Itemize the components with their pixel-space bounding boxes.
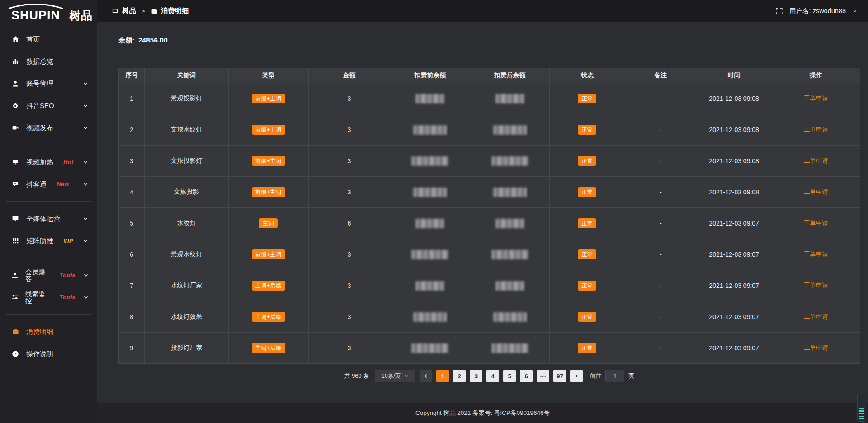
cell-post_balance [470,239,549,270]
wallet-icon [11,328,20,336]
cell-action: 工单申请 [772,114,860,146]
work-order-link[interactable]: 工单申请 [804,188,828,195]
work-order-link[interactable]: 工单申请 [804,220,828,226]
cell-action: 工单申请 [772,270,860,301]
cell-status: 正常 [549,270,625,301]
masked-value [495,219,524,228]
chevron-down-icon[interactable] [852,8,858,14]
cell-time: 2021-12-03 09:07 [696,301,772,333]
page-button-4[interactable]: 4 [486,370,499,382]
chevron-down-icon [81,124,90,132]
topbar: 树品>消费明细 用户名: zswodun88 [97,0,868,22]
masked-value [495,281,524,291]
sidebar-item-consumption-detail[interactable]: 消费明细 [0,320,97,343]
page-button-5[interactable]: 5 [503,370,516,382]
page-button-3[interactable]: 3 [470,370,482,382]
prev-page-button[interactable] [420,370,432,382]
work-order-link[interactable]: 工单申请 [804,95,828,102]
floating-widget[interactable] [857,394,866,422]
sidebar-item-account-management[interactable]: 账号管理 [0,72,97,94]
pagination-total: 共 969 条 [344,372,369,380]
cell-post_balance [470,83,549,114]
chevron-right-icon [574,373,579,379]
cell-time: 2021-12-03 09:07 [696,333,772,364]
masked-value [411,250,448,259]
sidebar-item-douyin-seo[interactable]: 抖音SEO [0,94,97,117]
screen-icon [11,158,20,166]
sidebar-item-video-publish[interactable]: 视频发布 [0,117,97,139]
cell-keyword: 景观投影灯 [145,83,228,114]
work-order-link[interactable]: 工单申请 [804,251,828,258]
breadcrumb-item[interactable]: 树品 [112,6,136,16]
column-header-amount: 金额 [308,68,390,83]
logo-text-cn: 树品 [69,9,93,22]
work-order-link[interactable]: 工单申请 [804,157,828,164]
cell-remark: - [625,146,696,177]
username-display[interactable]: 用户名: zswodun88 [789,7,846,15]
page-ellipsis-button[interactable]: ••• [537,370,549,382]
fullscreen-icon[interactable] [775,7,783,15]
sidebar-item-data-overview[interactable]: 数据总览 [0,50,97,72]
column-header-status: 状态 [549,68,625,83]
sidebar-item-operation-guide[interactable]: ?操作说明 [0,343,97,365]
work-order-link[interactable]: 工单申请 [804,313,828,320]
breadcrumb-item[interactable]: 消费明细 [151,6,189,16]
home-icon [11,35,20,43]
page-button-2[interactable]: 2 [453,370,466,382]
cell-no: 7 [119,270,145,301]
type-badge: 主词+后缀 [252,281,285,291]
cell-type: 前缀+主词 [228,114,308,146]
breadcrumb-label: 树品 [122,6,136,16]
sidebar-item-label: 全媒体运营 [26,215,60,222]
cell-post_balance [470,114,549,146]
work-order-link[interactable]: 工单申请 [804,282,828,289]
cell-post_balance [470,146,549,177]
cell-status: 正常 [549,208,625,239]
page-button-6[interactable]: 6 [520,370,533,382]
cell-type: 前缀+主词 [228,83,308,114]
cell-pre_balance [390,83,470,114]
cell-status: 正常 [549,301,625,333]
cell-time: 2021-12-03 09:08 [696,83,772,114]
type-badge: 主词 [259,218,278,228]
goto-page-input[interactable] [605,370,624,382]
work-order-link[interactable]: 工单申请 [804,344,828,351]
sidebar-item-home[interactable]: 首页 [0,28,97,50]
sidebar-item-badge: VIP [63,237,73,244]
cell-remark: - [625,239,696,270]
cell-pre_balance [390,270,470,301]
cell-no: 2 [119,114,145,146]
cell-no: 5 [119,208,145,239]
sliders-icon [11,293,19,301]
cell-type: 主词+后缀 [228,270,308,301]
cell-post_balance [470,301,549,333]
sidebar-item-label: 首页 [26,36,40,42]
next-page-button[interactable] [570,370,583,382]
sidebar-item-omni-media[interactable]: 全媒体运营 [0,207,97,230]
masked-value [491,343,528,353]
sidebar-item-member-baoke[interactable]: 会员爆客Tools [0,264,97,286]
cell-no: 4 [119,177,145,208]
user-icon [11,80,20,88]
page-button-1[interactable]: 1 [436,370,449,382]
sidebar-item-doukertong[interactable]: 抖客通New [0,173,97,195]
breadcrumb: 树品>消费明细 [112,6,189,16]
cell-amount: 3 [308,177,390,208]
work-order-link[interactable]: 工单申请 [804,126,828,133]
table-row: 4文旅投影前缀+主词3正常-2021-12-03 09:08工单申请 [119,177,860,208]
sidebar-item-matrix-boost[interactable]: 矩阵助推VIP [0,230,97,252]
username-value: zswodun88 [813,7,846,14]
page-button-97[interactable]: 97 [553,370,566,382]
chevron-down-icon [404,374,409,379]
type-badge: 前缀+主词 [252,156,285,166]
app-logo: SHUPIN 树品 [0,0,97,24]
sidebar-item-lead-monitor[interactable]: 线索监控Tools [0,286,97,308]
sidebar-item-video-heating[interactable]: 视频加热Hot [0,151,97,173]
balance-label: 余额: [118,36,135,44]
logo-text-en: SHUPIN [11,9,60,22]
cell-amount: 3 [308,270,390,301]
cell-remark: - [625,208,696,239]
masked-value [491,250,528,259]
page-size-select[interactable]: 10条/页 [375,370,415,382]
cell-time: 2021-12-03 09:07 [696,208,772,239]
